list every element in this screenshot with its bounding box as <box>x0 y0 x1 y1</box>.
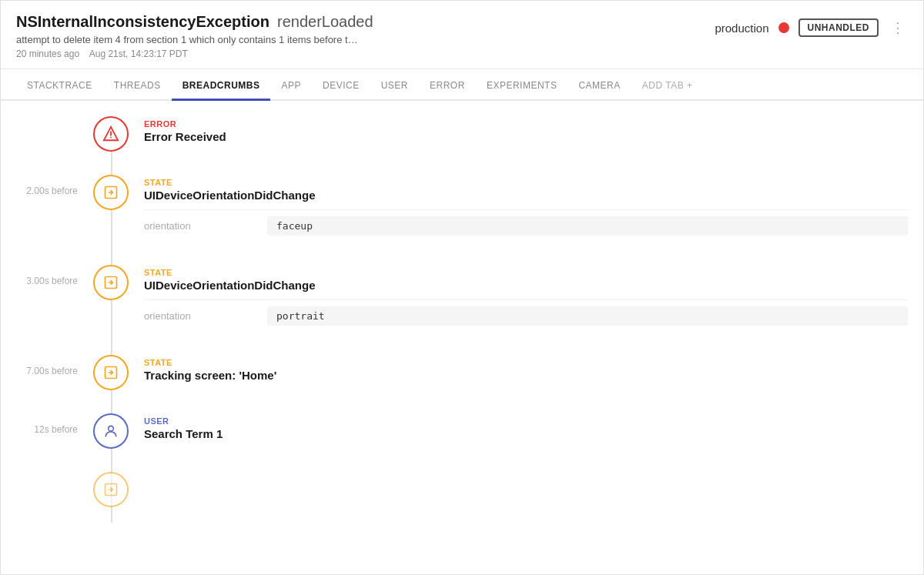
timeline-wrapper: ERROR Error Received 2.00s before <box>16 101 908 523</box>
detail-value: portrait <box>267 306 908 326</box>
tab-stacktrace[interactable]: STACKTRACE <box>16 72 103 101</box>
timeline-time <box>16 116 93 127</box>
timeline-time: 12s before <box>16 413 93 435</box>
event-type-label: USER <box>144 416 908 426</box>
timeline-circle-partial <box>93 472 129 507</box>
header-title-group: NSInternalInconsistencyException renderL… <box>16 13 715 59</box>
content-area: ERROR Error Received 2.00s before <box>1 101 923 523</box>
timeline-body: STATE Tracking screen: 'Home' <box>129 355 908 389</box>
timeline: ERROR Error Received 2.00s before <box>16 101 908 523</box>
timeline-circle-error <box>93 116 129 152</box>
status-dot <box>778 22 789 33</box>
timeline-body <box>129 472 908 475</box>
timeline-connector <box>93 472 129 507</box>
timeline-body: STATE UIDeviceOrientationDidChange orien… <box>129 265 908 332</box>
event-title: UIDeviceOrientationDidChange <box>144 279 908 292</box>
event-title: Search Term 1 <box>144 427 908 440</box>
event-details: orientation faceup <box>144 209 908 242</box>
event-title: Error Received <box>144 130 908 143</box>
timeline-connector <box>93 355 129 390</box>
event-title: UIDeviceOrientationDidChange <box>144 189 908 202</box>
tab-error[interactable]: ERROR <box>419 72 476 101</box>
timeline-time <box>16 472 93 483</box>
event-type-label: STATE <box>144 178 908 187</box>
timeline-body: STATE UIDeviceOrientationDidChange orien… <box>129 175 908 242</box>
event-type-label: STATE <box>144 358 908 367</box>
event-type-label: ERROR <box>144 119 908 129</box>
event-details: orientation portrait <box>144 299 908 332</box>
detail-key: orientation <box>144 220 267 232</box>
timeline-circle-state <box>93 175 129 210</box>
timeline-circle-user <box>93 413 129 449</box>
timeline-item: 3.00s before STATE UIDeviceOrientationDi… <box>16 265 908 332</box>
detail-key: orientation <box>144 310 267 322</box>
tab-experiments[interactable]: EXPERIMENTS <box>476 72 568 101</box>
timeline-time: 2.00s before <box>16 175 93 196</box>
unhandled-badge: UNHANDLED <box>798 18 879 37</box>
tab-camera[interactable]: CAMERA <box>567 72 631 101</box>
timeline-connector <box>93 175 129 210</box>
error-date: Aug 21st, 14:23:17 PDT <box>89 48 188 59</box>
timeline-item: 7.00s before STATE Tracking screen: 'Hom… <box>16 355 908 390</box>
timeline-circle-state <box>93 265 129 300</box>
tab-app[interactable]: APP <box>270 72 312 101</box>
more-options-icon[interactable]: ⋮ <box>888 16 908 39</box>
state-icon <box>103 365 119 380</box>
app-container: NSInternalInconsistencyException renderL… <box>0 0 924 575</box>
timeline-item: 12s before USER Search Term 1 <box>16 413 908 449</box>
error-message: attempt to delete item 4 from section 1 … <box>16 34 540 45</box>
timeline-time: 3.00s before <box>16 265 93 286</box>
event-type-label: STATE <box>144 268 908 277</box>
error-timestamp: 20 minutes ago <box>16 48 79 59</box>
header: NSInternalInconsistencyException renderL… <box>1 1 923 69</box>
warning-icon <box>102 125 119 142</box>
timeline-body: USER Search Term 1 <box>129 413 908 448</box>
error-class: NSInternalInconsistencyException <box>16 13 270 31</box>
detail-row: orientation faceup <box>144 209 908 242</box>
error-meta: 20 minutes ago Aug 21st, 14:23:17 PDT <box>16 48 715 59</box>
event-title: Tracking screen: 'Home' <box>144 369 908 382</box>
svg-point-0 <box>110 137 112 139</box>
timeline-connector <box>93 265 129 300</box>
tab-device[interactable]: DEVICE <box>312 72 370 101</box>
detail-value: faceup <box>267 216 908 236</box>
state-icon <box>103 275 119 290</box>
error-method: renderLoaded <box>277 13 373 31</box>
timeline-circle-state <box>93 355 129 390</box>
tab-breadcrumbs[interactable]: BREADCRUMBS <box>172 72 271 101</box>
state-icon <box>103 185 119 200</box>
svg-point-4 <box>109 426 114 431</box>
timeline-item: ERROR Error Received <box>16 116 908 152</box>
detail-row: orientation portrait <box>144 299 908 332</box>
timeline-item: 2.00s before STATE UIDeviceOrientationDi… <box>16 175 908 242</box>
user-icon <box>103 423 119 439</box>
tabs-bar: STACKTRACE THREADS BREADCRUMBS APP DEVIC… <box>1 72 923 101</box>
timeline-connector <box>93 413 129 449</box>
timeline-time: 7.00s before <box>16 355 93 376</box>
tab-add[interactable]: ADD TAB + <box>631 72 704 101</box>
environment-label: production <box>715 22 768 35</box>
tab-threads[interactable]: THREADS <box>103 72 172 101</box>
timeline-body: ERROR Error Received <box>129 116 908 151</box>
timeline-connector <box>93 116 129 152</box>
state-icon <box>103 482 119 497</box>
header-right: production UNHANDLED ⋮ <box>715 13 908 39</box>
tab-user[interactable]: USER <box>370 72 419 101</box>
timeline-item-partial <box>16 472 908 507</box>
